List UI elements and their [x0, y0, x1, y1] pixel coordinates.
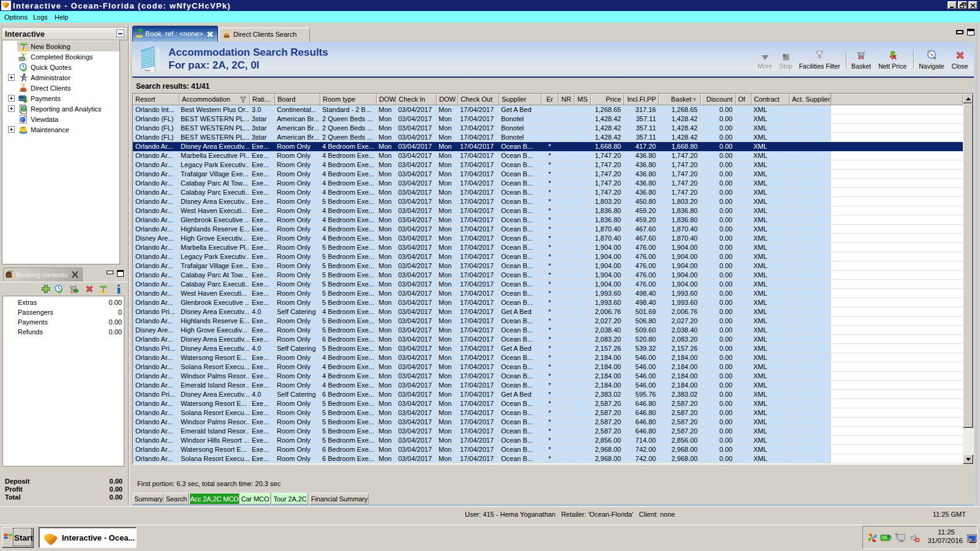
svg-text:$: $ — [23, 96, 28, 103]
